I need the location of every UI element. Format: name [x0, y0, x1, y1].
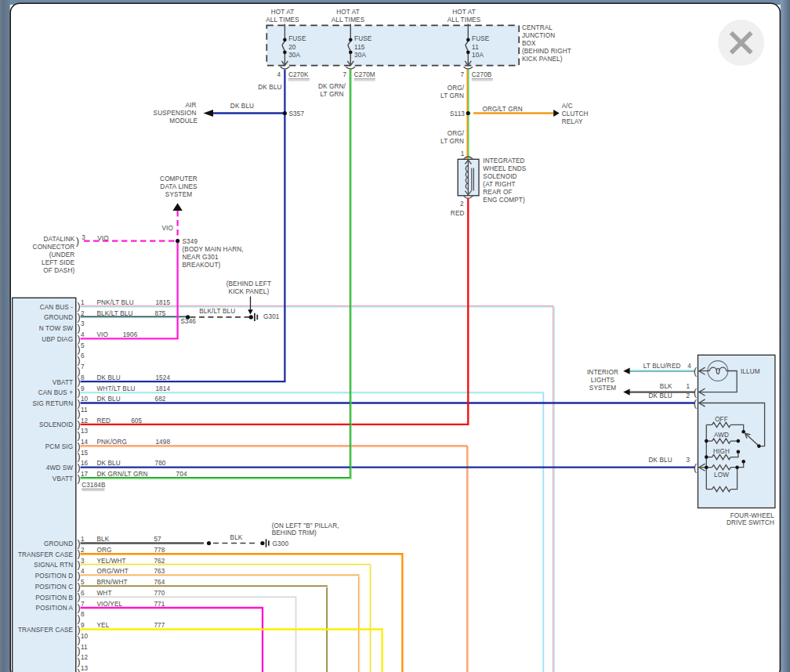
svg-text:6: 6: [81, 352, 85, 359]
svg-text:KICK PANEL): KICK PANEL): [522, 56, 563, 63]
svg-text:DK GRN/: DK GRN/: [318, 83, 346, 90]
svg-text:DK BLU: DK BLU: [230, 103, 254, 110]
svg-text:1524: 1524: [155, 374, 170, 381]
svg-text:1815: 1815: [155, 299, 170, 306]
svg-text:12: 12: [81, 417, 89, 425]
svg-text:1: 1: [687, 383, 690, 390]
svg-text:SOLENOID: SOLENOID: [39, 421, 73, 428]
svg-text:ALL TIMES: ALL TIMES: [332, 16, 365, 23]
svg-text:YEL/WHT: YEL/WHT: [97, 558, 126, 565]
svg-text:POSITION D: POSITION D: [35, 573, 74, 580]
svg-text:115: 115: [354, 44, 365, 51]
svg-text:BLK/LT BLU: BLK/LT BLU: [199, 308, 235, 315]
svg-text:11: 11: [81, 406, 88, 414]
svg-text:): ): [77, 323, 80, 334]
svg-text:VIO: VIO: [162, 225, 173, 232]
svg-text:4: 4: [277, 71, 281, 78]
svg-text:(BODY MAIN HARN,: (BODY MAIN HARN,: [183, 246, 244, 253]
svg-text:COMPUTER: COMPUTER: [160, 175, 198, 182]
svg-text:KICK PANEL): KICK PANEL): [229, 288, 270, 295]
svg-text:C270K: C270K: [288, 71, 309, 78]
svg-text:PNK/ORG: PNK/ORG: [97, 439, 128, 446]
svg-text:TRANSFER CASE: TRANSFER CASE: [18, 551, 74, 558]
svg-text:1906: 1906: [123, 331, 138, 338]
svg-text:): ): [77, 419, 80, 430]
svg-text:VIO: VIO: [97, 331, 108, 338]
svg-text:1498: 1498: [155, 439, 170, 446]
svg-text:POSITION C: POSITION C: [35, 583, 74, 591]
svg-text:TRANSFER CASE: TRANSFER CASE: [18, 627, 74, 634]
svg-text:(BEHIND RIGHT: (BEHIND RIGHT: [522, 48, 571, 55]
svg-text:RED: RED: [97, 417, 111, 425]
svg-text:LOW: LOW: [714, 471, 729, 479]
svg-text:(ON LEFT "B" PILLAR,: (ON LEFT "B" PILLAR,: [272, 522, 339, 529]
svg-text:VBATT: VBATT: [53, 475, 73, 482]
svg-text:): ): [77, 355, 80, 366]
svg-text:): ): [77, 667, 80, 672]
svg-text:INTERIOR: INTERIOR: [587, 369, 618, 376]
svg-text:SYSTEM: SYSTEM: [165, 191, 192, 198]
svg-text:POSITION B: POSITION B: [35, 594, 73, 602]
svg-text:HOT AT: HOT AT: [452, 9, 476, 16]
svg-text:9: 9: [81, 622, 85, 629]
svg-text:G300: G300: [273, 540, 289, 547]
svg-text:30A: 30A: [288, 52, 300, 59]
svg-text:764: 764: [154, 579, 165, 586]
svg-text:ORG: ORG: [97, 547, 112, 554]
svg-text:): ): [77, 376, 80, 387]
svg-text:3: 3: [81, 558, 85, 565]
svg-text:): ): [77, 430, 80, 441]
svg-text:WHT: WHT: [97, 590, 112, 597]
svg-text:CONNECTOR: CONNECTOR: [33, 244, 75, 251]
svg-text:UBP DIAG: UBP DIAG: [42, 336, 73, 343]
svg-text:15: 15: [81, 450, 89, 457]
svg-text:7: 7: [81, 601, 85, 608]
svg-text:770: 770: [154, 590, 165, 597]
svg-text:1: 1: [461, 150, 465, 157]
svg-text:AIR: AIR: [185, 102, 196, 109]
svg-text:DK BLU: DK BLU: [258, 84, 281, 91]
svg-text:VIO: VIO: [97, 235, 108, 242]
svg-text:778: 778: [154, 547, 165, 554]
svg-text:WHT/LT BLU: WHT/LT BLU: [97, 385, 136, 392]
svg-text:RELAY: RELAY: [562, 118, 583, 125]
svg-text:): ): [77, 570, 80, 581]
svg-text:SYSTEM: SYSTEM: [589, 385, 616, 392]
svg-text:C3184B: C3184B: [82, 482, 106, 489]
svg-text:(: (: [694, 398, 697, 409]
svg-text:3: 3: [82, 234, 85, 241]
svg-text:2: 2: [81, 547, 85, 554]
svg-text:10: 10: [81, 633, 89, 640]
svg-text:): ): [77, 408, 80, 419]
svg-text:HIGH: HIGH: [713, 448, 730, 455]
svg-text:10A: 10A: [472, 52, 484, 59]
svg-text:BLK: BLK: [97, 536, 110, 543]
svg-text:ORG/: ORG/: [448, 130, 465, 137]
svg-text:3: 3: [687, 457, 690, 464]
svg-text:POSITION A: POSITION A: [36, 605, 74, 612]
svg-text:FOUR-WHEEL: FOUR-WHEEL: [730, 512, 775, 519]
svg-text:ALL TIMES: ALL TIMES: [266, 16, 299, 23]
svg-text:): ): [77, 538, 80, 549]
svg-text:REAR OF: REAR OF: [483, 189, 512, 196]
svg-text:(: (: [694, 387, 697, 398]
svg-text:BLK/LT BLU: BLK/LT BLU: [97, 310, 133, 317]
svg-text:2: 2: [81, 310, 85, 317]
svg-text:LT GRN: LT GRN: [440, 92, 464, 99]
svg-text:ALL TIMES: ALL TIMES: [448, 16, 481, 23]
svg-text:2: 2: [687, 392, 690, 399]
svg-text:762: 762: [154, 558, 165, 565]
svg-text:BLK: BLK: [230, 534, 243, 541]
svg-text:S113: S113: [450, 110, 465, 117]
svg-text:4WD SW: 4WD SW: [46, 464, 74, 471]
svg-text:DK BLU: DK BLU: [648, 457, 672, 464]
svg-text:C270M: C270M: [354, 71, 375, 78]
svg-text:9: 9: [81, 385, 85, 392]
svg-text:AWD: AWD: [714, 432, 729, 439]
svg-text:CAN BUS +: CAN BUS +: [38, 389, 74, 396]
svg-text:BRN/WHT: BRN/WHT: [97, 579, 128, 586]
svg-text:VBATT: VBATT: [53, 379, 73, 386]
svg-text:): ): [77, 441, 80, 452]
svg-text:BREAKOUT): BREAKOUT): [183, 262, 221, 269]
svg-text:11: 11: [472, 44, 479, 51]
